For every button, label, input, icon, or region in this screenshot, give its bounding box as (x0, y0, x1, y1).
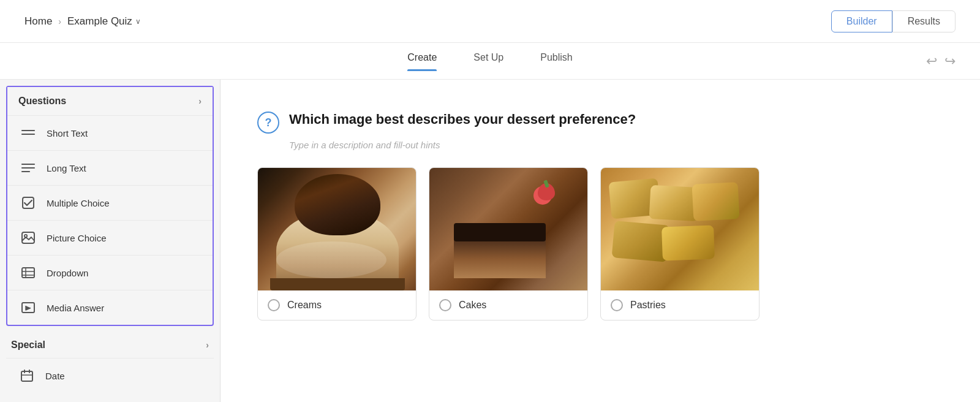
sidebar-item-picture-choice[interactable]: Picture Choice (7, 220, 213, 255)
cakes-image (429, 168, 588, 290)
special-chevron: › (206, 340, 209, 350)
question-header: ? Which image best describes your desser… (257, 110, 943, 134)
subnav-create[interactable]: Create (407, 52, 437, 70)
creams-text: Creams (287, 300, 322, 311)
undo-redo-controls: ↩ ↪ (926, 55, 956, 68)
tab-builder[interactable]: Builder (831, 10, 892, 32)
pastries-radio[interactable] (611, 299, 623, 311)
media-answer-label: Media Answer (47, 303, 104, 313)
choice-pastries[interactable]: Pastries (600, 167, 760, 320)
sidebar-item-short-text[interactable]: Short Text (7, 115, 213, 150)
nav-tabs: Builder Results (831, 10, 956, 32)
dropdown-label: Dropdown (47, 268, 88, 278)
long-text-icon (20, 159, 37, 176)
questions-section: Questions › Short Text (6, 86, 214, 326)
question-title[interactable]: Which image best describes your dessert … (289, 110, 636, 129)
redo-button[interactable]: ↪ (944, 55, 956, 68)
quiz-name-caret: ∨ (135, 17, 141, 26)
tab-results[interactable]: Results (892, 10, 956, 32)
home-link[interactable]: Home (24, 15, 52, 28)
image-choices: Creams Cakes (257, 167, 943, 320)
sidebar-item-multiple-choice[interactable]: Multiple Choice (7, 185, 213, 220)
checkbox-icon (20, 194, 37, 211)
creams-radio[interactable] (268, 299, 280, 311)
multiple-choice-label: Multiple Choice (47, 198, 110, 208)
special-section-header[interactable]: Special › (6, 332, 214, 358)
breadcrumb-chevron: › (58, 17, 61, 26)
cakes-text: Cakes (459, 300, 486, 311)
short-text-icon (20, 124, 37, 142)
dropdown-icon (20, 264, 37, 281)
choice-cakes[interactable]: Cakes (429, 167, 588, 320)
top-nav: Home › Example Quiz ∨ Builder Results (0, 0, 980, 43)
sub-nav: Create Set Up Publish ↩ ↪ (0, 43, 980, 80)
quiz-name-dropdown[interactable]: Example Quiz ∨ (67, 15, 141, 28)
special-section: Special › Date (6, 332, 214, 393)
creams-label: Creams (258, 290, 416, 320)
svg-rect-8 (22, 268, 34, 278)
sidebar-item-media-answer[interactable]: Media Answer (7, 290, 213, 325)
svg-rect-13 (21, 371, 32, 381)
question-mark-icon: ? (257, 112, 279, 134)
picture-choice-label: Picture Choice (47, 233, 107, 243)
pastries-label: Pastries (601, 290, 759, 320)
sidebar: Questions › Short Text (0, 80, 221, 402)
long-text-label: Long Text (47, 163, 86, 173)
sidebar-item-long-text[interactable]: Long Text (7, 150, 213, 185)
breadcrumb: Home › Example Quiz ∨ (24, 15, 141, 28)
subnav-publish[interactable]: Publish (540, 52, 572, 70)
cakes-label: Cakes (429, 290, 587, 320)
cakes-radio[interactable] (439, 299, 451, 311)
special-label: Special (11, 339, 45, 351)
choice-creams[interactable]: Creams (257, 167, 417, 320)
media-icon (20, 299, 37, 316)
undo-button[interactable]: ↩ (926, 55, 937, 68)
quiz-name-label: Example Quiz (67, 15, 132, 28)
short-text-label: Short Text (47, 128, 88, 138)
pastries-text: Pastries (630, 300, 666, 311)
subnav-setup[interactable]: Set Up (473, 52, 503, 70)
pastries-image (601, 168, 760, 290)
questions-section-header[interactable]: Questions › (7, 87, 213, 115)
main-layout: Questions › Short Text (0, 80, 980, 402)
questions-chevron: › (198, 96, 202, 106)
main-content: ? Which image best describes your desser… (221, 80, 980, 402)
picture-icon (20, 229, 37, 246)
sidebar-item-date[interactable]: Date (6, 358, 214, 393)
sidebar-item-dropdown[interactable]: Dropdown (7, 255, 213, 290)
date-icon (18, 367, 36, 384)
questions-label: Questions (18, 96, 66, 107)
question-description[interactable]: Type in a description and fill-out hints (289, 140, 943, 150)
creams-image (258, 168, 417, 290)
date-label: Date (45, 371, 65, 381)
